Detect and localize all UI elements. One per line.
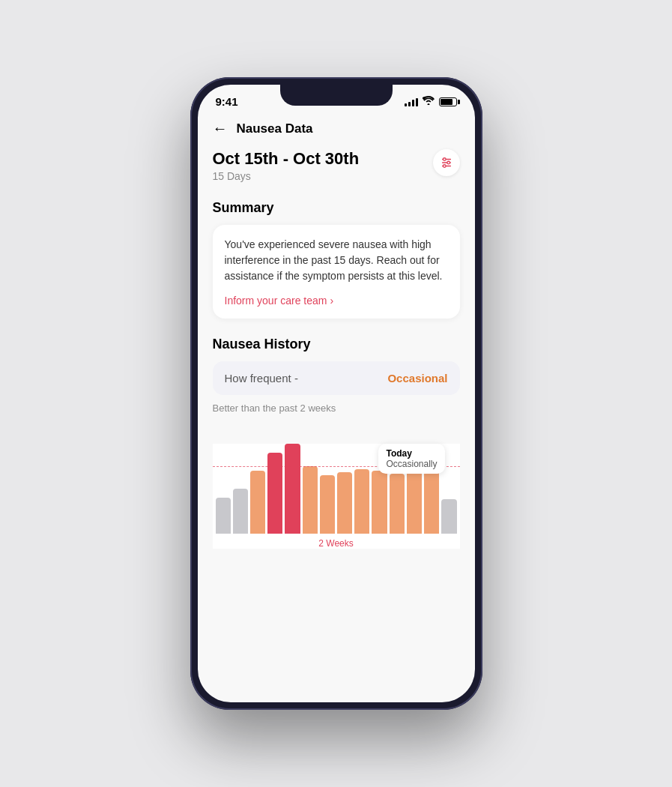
chart-bar	[303, 466, 318, 534]
chart-bar	[233, 489, 248, 534]
filter-button[interactable]	[433, 149, 460, 176]
content-area: ← Nausea Data Oct 15th - Oct 30th 15 Day…	[198, 114, 475, 694]
chart-tooltip: Today Occasionally	[378, 444, 444, 474]
page-title: Nausea Data	[237, 121, 313, 136]
svg-point-3	[443, 158, 446, 161]
history-section: Nausea History How frequent - Occasional…	[213, 337, 460, 549]
chart-bar	[320, 475, 335, 534]
summary-card: You've experienced severe nausea with hi…	[213, 225, 460, 319]
status-time: 9:41	[216, 95, 238, 108]
chart-bar	[285, 444, 300, 534]
chart-bar	[441, 499, 456, 534]
date-range-label: Oct 15th - Oct 30th	[213, 149, 360, 169]
frequency-label: How frequent -	[225, 372, 298, 385]
tooltip-title: Today	[386, 448, 437, 459]
chart-bar	[337, 472, 352, 534]
comparison-text: Better than the past 2 weeks	[213, 402, 460, 414]
chart-x-label: 2 Weeks	[213, 538, 460, 549]
tooltip-value: Occasionally	[386, 459, 437, 469]
chart-bar	[250, 471, 265, 534]
chart-bar	[354, 469, 369, 534]
history-title: Nausea History	[213, 337, 460, 352]
page-header: ← Nausea Data	[213, 114, 460, 149]
chart-bar	[390, 474, 405, 534]
frequency-value: Occasional	[387, 372, 447, 385]
svg-point-4	[447, 161, 449, 164]
chart-bar	[372, 471, 387, 534]
chart-bar	[267, 453, 282, 534]
battery-icon	[439, 97, 457, 106]
summary-section: Summary You've experienced severe nausea…	[213, 200, 460, 319]
wifi-icon	[423, 96, 435, 107]
frequency-card[interactable]: How frequent - Occasional	[213, 361, 460, 395]
svg-point-5	[443, 165, 446, 168]
signal-icon	[405, 97, 418, 106]
care-team-link[interactable]: Inform your care team ›	[225, 295, 448, 307]
chart-container: Today Occasionally	[213, 444, 460, 549]
days-count: 15 Days	[213, 170, 360, 182]
phone-frame: 9:41	[190, 77, 482, 710]
care-team-link-label: Inform your care team	[225, 295, 327, 307]
summary-text: You've experienced severe nausea with hi…	[225, 237, 448, 284]
status-icons	[405, 96, 457, 107]
chart-bar	[216, 498, 231, 534]
date-range-section: Oct 15th - Oct 30th 15 Days	[213, 149, 460, 182]
chart-bar	[424, 471, 439, 534]
back-button[interactable]: ←	[213, 120, 228, 137]
phone-screen: 9:41	[198, 85, 475, 702]
summary-title: Summary	[213, 200, 460, 216]
chevron-right-icon: ›	[330, 295, 333, 307]
date-range-info: Oct 15th - Oct 30th 15 Days	[213, 149, 360, 182]
notch	[280, 85, 393, 106]
chart-bar	[407, 468, 422, 534]
filter-icon	[440, 156, 453, 169]
